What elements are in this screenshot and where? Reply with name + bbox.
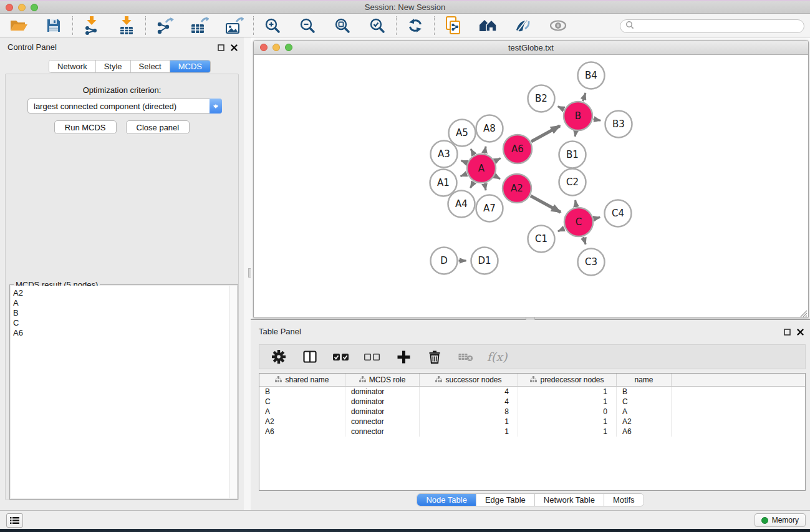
table-row[interactable]: A2connector11A2 xyxy=(259,417,805,427)
mcds-result-item[interactable]: C xyxy=(13,318,237,328)
table-cell[interactable]: A xyxy=(259,407,345,417)
zoom-selected-icon[interactable] xyxy=(367,16,387,35)
dropdown-stepper-icon[interactable] xyxy=(210,99,222,114)
refresh-layout-icon[interactable] xyxy=(405,16,425,35)
close-panel-icon[interactable] xyxy=(797,327,804,338)
graph-node[interactable]: B4 xyxy=(578,62,605,89)
graph-node[interactable]: A5 xyxy=(449,120,476,147)
deselect-all-rows-icon[interactable] xyxy=(364,349,380,365)
search-field[interactable] xyxy=(620,19,804,33)
tab-motifs[interactable]: Motifs xyxy=(604,494,644,506)
column-header-name[interactable]: name xyxy=(617,374,672,386)
new-network-from-selection-icon[interactable] xyxy=(443,16,463,35)
close-panel-icon[interactable] xyxy=(231,42,238,54)
table-cell[interactable]: dominator xyxy=(345,407,420,417)
network-window-titlebar[interactable]: testGlobe.txt xyxy=(254,41,808,55)
hide-details-icon[interactable] xyxy=(548,16,568,35)
task-history-button[interactable] xyxy=(6,513,23,528)
table-cell[interactable]: A2 xyxy=(617,417,672,427)
export-network-icon[interactable] xyxy=(155,16,175,35)
graph-edge[interactable] xyxy=(594,217,600,218)
search-input[interactable] xyxy=(634,21,804,32)
table-cell[interactable]: 1 xyxy=(518,417,617,427)
table-row[interactable]: Cdominator41C xyxy=(259,397,805,407)
tab-network-table[interactable]: Network Table xyxy=(535,494,604,506)
zoom-out-icon[interactable] xyxy=(297,16,317,35)
toggle-column-view-icon[interactable] xyxy=(302,349,318,365)
run-mcds-button[interactable]: Run MCDS xyxy=(54,120,117,134)
tab-style[interactable]: Style xyxy=(96,60,131,72)
graph-edge[interactable] xyxy=(531,126,560,142)
criterion-dropdown[interactable]: largest connected component (directed) xyxy=(27,99,222,114)
table-cell[interactable]: A6 xyxy=(617,427,672,437)
graph-node[interactable]: C2 xyxy=(559,169,586,196)
graph-edge[interactable] xyxy=(461,174,467,177)
graph-edge[interactable] xyxy=(531,196,561,212)
float-panel-icon[interactable] xyxy=(784,327,791,338)
export-table-icon[interactable] xyxy=(190,16,210,35)
graph-node[interactable]: C4 xyxy=(605,200,632,227)
tab-mcds[interactable]: MCDS xyxy=(170,60,210,72)
delete-table-icon[interactable] xyxy=(458,349,474,365)
table-cell[interactable]: 4 xyxy=(420,397,518,407)
graph-edge[interactable] xyxy=(558,107,564,110)
graph-edge[interactable] xyxy=(576,200,577,206)
table-cell[interactable]: dominator xyxy=(345,397,420,407)
table-cell[interactable]: connector xyxy=(345,417,420,427)
table-cell[interactable]: 1 xyxy=(420,427,518,437)
table-cell[interactable]: A6 xyxy=(259,427,345,437)
mcds-result-item[interactable]: B xyxy=(13,308,237,318)
table-cell[interactable]: 0 xyxy=(518,407,617,417)
network-graph-canvas[interactable]: A5A8A3A1A4A7AA6A2BB2B4B3B1CC2C1C4C3DD1 xyxy=(254,55,808,317)
mcds-list-scrollbar[interactable] xyxy=(229,286,237,498)
settings-gear-icon[interactable] xyxy=(271,349,287,365)
mcds-result-list[interactable]: A2ABCA6 xyxy=(11,286,237,498)
table-cell[interactable]: A2 xyxy=(259,417,345,427)
graph-node[interactable]: A7 xyxy=(476,195,503,222)
graph-node[interactable]: A2 xyxy=(503,174,531,203)
tab-network[interactable]: Network xyxy=(49,60,96,72)
table-cell[interactable]: 1 xyxy=(518,397,617,407)
mcds-result-item[interactable]: A xyxy=(13,298,237,308)
graph-node[interactable]: B xyxy=(564,102,592,130)
column-header-MCDS-role[interactable]: MCDS role xyxy=(345,374,420,386)
graph-edge[interactable] xyxy=(575,132,576,137)
table-row[interactable]: A6connector11A6 xyxy=(259,427,805,437)
save-session-icon[interactable] xyxy=(44,16,64,35)
graph-node[interactable]: D xyxy=(431,248,458,274)
table-cell[interactable]: 1 xyxy=(518,427,617,437)
table-cell[interactable]: connector xyxy=(345,427,420,437)
mcds-result-item[interactable]: A6 xyxy=(13,328,237,338)
graph-edge[interactable] xyxy=(594,119,601,120)
delete-columns-icon[interactable] xyxy=(427,349,443,365)
tab-node-table[interactable]: Node Table xyxy=(417,494,476,506)
table-cell[interactable]: 1 xyxy=(518,387,617,397)
table-cell[interactable]: A xyxy=(617,407,672,417)
table-cell[interactable]: dominator xyxy=(345,387,420,397)
graph-node[interactable]: B2 xyxy=(528,85,555,112)
float-panel-icon[interactable] xyxy=(218,42,224,54)
export-image-icon[interactable] xyxy=(224,16,244,35)
select-all-rows-icon[interactable] xyxy=(333,349,349,365)
graph-node[interactable]: C3 xyxy=(578,249,605,276)
graph-edge[interactable] xyxy=(485,147,486,153)
graph-edge[interactable] xyxy=(461,161,467,163)
close-panel-button[interactable]: Close panel xyxy=(126,120,190,134)
panel-splitter-vertical[interactable] xyxy=(244,37,251,510)
memory-button[interactable]: Memory xyxy=(755,513,806,527)
tab-select[interactable]: Select xyxy=(131,60,170,72)
table-cell[interactable]: 1 xyxy=(420,417,518,427)
graph-node[interactable]: D1 xyxy=(471,248,498,274)
table-cell[interactable]: C xyxy=(617,397,672,407)
resize-grip-icon[interactable] xyxy=(799,309,808,317)
graph-edge[interactable] xyxy=(470,182,473,188)
graph-node[interactable]: A6 xyxy=(503,135,532,163)
open-session-icon[interactable] xyxy=(9,16,29,35)
table-row[interactable]: Bdominator41B xyxy=(259,387,805,397)
zoom-in-icon[interactable] xyxy=(263,16,282,35)
graph-node[interactable]: A8 xyxy=(476,115,503,142)
mcds-result-item[interactable]: A2 xyxy=(13,288,237,298)
import-network-icon[interactable] xyxy=(82,16,102,35)
table-cell[interactable]: 4 xyxy=(420,387,518,397)
graph-node[interactable]: B3 xyxy=(605,111,632,138)
